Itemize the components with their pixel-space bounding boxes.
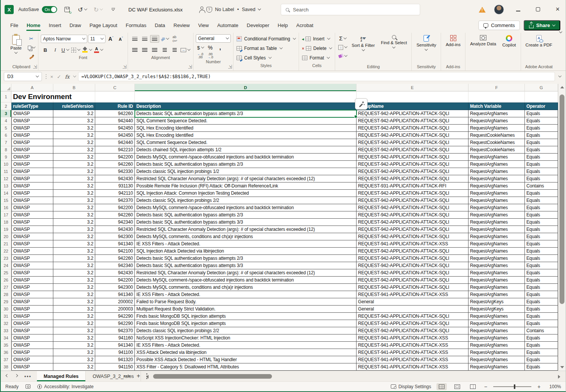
column-header-d[interactable]: D [135, 84, 357, 91]
cell-b29[interactable]: 3.2 [53, 298, 95, 306]
cell-d22[interactable]: SQL Injection Attack Detected via libinj… [135, 248, 357, 255]
cell-e19[interactable]: REQUEST-942-APPLICATION-ATTACK-SQLI [357, 226, 468, 233]
font-color-button[interactable]: A [93, 46, 104, 54]
cell-b13[interactable]: 3.2 [53, 182, 95, 190]
cell-b22[interactable]: 3.2 [53, 248, 95, 255]
cell-e9[interactable]: REQUEST-942-APPLICATION-ATTACK-SQLI [357, 154, 468, 161]
cell-c36[interactable]: 941100 [95, 349, 135, 356]
number-format-select[interactable]: General [196, 34, 231, 43]
paste-button[interactable]: Paste [7, 34, 25, 56]
cell-f16[interactable]: RequestArgNames [468, 204, 525, 211]
ribbon-tab-draw[interactable]: Draw [66, 20, 85, 30]
cell-f12[interactable]: RequestArgNames [468, 175, 525, 182]
zoom-in-button[interactable]: + [537, 384, 541, 390]
cell-c3[interactable]: 942260 [95, 110, 135, 117]
next-sheet-button[interactable] [15, 374, 18, 377]
cell-c25[interactable]: 942430 [95, 269, 135, 277]
cell-e33[interactable]: REQUEST-942-APPLICATION-ATTACK-SQLI [357, 327, 468, 334]
font-dialog-launcher[interactable]: ↘ [123, 65, 126, 69]
cell-d7[interactable]: SQL Comment Sequence Detected. [135, 139, 357, 146]
cell-c30[interactable]: 200003 [95, 306, 135, 313]
row-header-3[interactable]: 3 [1, 110, 11, 117]
cell-d3[interactable]: Detects basic SQL authentication bypass … [135, 110, 357, 117]
italic-button[interactable]: I [51, 46, 60, 54]
cell-d37[interactable]: Possible XSS Attack Detected - HTML Tag … [135, 356, 357, 363]
cell-b26[interactable]: 3.2 [53, 277, 95, 284]
cell-a10[interactable]: OWASP [11, 161, 53, 168]
cell-d33[interactable]: Detects classic SQL injection probings 2… [135, 327, 357, 334]
cell-a28[interactable]: OWASP [11, 291, 53, 298]
autosum-button[interactable]: Σ [337, 35, 348, 42]
cell-b20[interactable]: 3.2 [53, 233, 95, 240]
scroll-up-icon[interactable] [560, 86, 564, 88]
cell-a25[interactable]: OWASP [11, 269, 53, 277]
cell-a26[interactable]: OWASP [11, 277, 53, 284]
cell-c19[interactable]: 942430 [95, 226, 135, 233]
cell-b21[interactable]: 3.2 [53, 240, 95, 248]
cell-e30[interactable]: General [357, 306, 468, 313]
cell-styles-button[interactable]: Cell Styles [236, 53, 296, 62]
row-header-16[interactable]: 16 [1, 204, 11, 211]
cell-e23[interactable]: REQUEST-942-APPLICATION-ATTACK-SQLI [357, 255, 468, 262]
comments-button[interactable]: Comments [478, 21, 520, 30]
search-input[interactable]: Search [281, 4, 420, 15]
row-header-5[interactable]: 5 [1, 125, 11, 132]
cell-g24[interactable]: Equals [525, 262, 558, 269]
formula-input[interactable]: =VLOOKUP(C3,OWASP_3_2_rules!$A$2:$B$186,… [78, 72, 555, 81]
cell-c5[interactable]: 942450 [95, 125, 135, 132]
cell-c23[interactable]: 942260 [95, 255, 135, 262]
people-icon[interactable] [200, 6, 203, 10]
cell-a30[interactable]: OWASP [11, 306, 53, 313]
cell-a27[interactable]: OWASP [11, 284, 53, 291]
cell-d18[interactable]: Detects basic SQL authentication bypass … [135, 219, 357, 226]
cell-f32[interactable]: RequestArgNames [468, 320, 525, 327]
display-settings-button[interactable]: Display Settings [391, 384, 431, 389]
cell-a29[interactable]: OWASP [11, 298, 53, 306]
cell-a37[interactable]: OWASP [11, 356, 53, 363]
cell-a1[interactable]: Dev Environment [11, 91, 53, 102]
alignment-dialog-launcher[interactable]: ↘ [188, 65, 192, 69]
cut-button[interactable]: ✂ [27, 35, 36, 42]
cell-f17[interactable]: RequestArgNames [468, 211, 525, 219]
cell-e32[interactable]: REQUEST-942-APPLICATION-ATTACK-SQLI [357, 320, 468, 327]
row-header-23[interactable]: 23 [1, 255, 11, 262]
page-break-view-button[interactable] [468, 383, 478, 390]
cell-a35[interactable]: OWASP [11, 342, 53, 349]
cell-f19[interactable]: RequestArgNames [468, 226, 525, 233]
cell-g16[interactable]: Equals [525, 204, 558, 211]
align-bottom-button[interactable] [150, 35, 159, 43]
hscroll-left-icon[interactable] [146, 375, 149, 379]
cell-g25[interactable]: Equals [525, 269, 558, 277]
cell-g35[interactable]: Equals [525, 342, 558, 349]
cell-g3[interactable]: Equals [525, 110, 558, 117]
cell-b14[interactable]: 3.2 [53, 190, 95, 197]
warning-icon[interactable] [479, 7, 486, 13]
macro-record-icon[interactable] [26, 384, 30, 389]
cell-a23[interactable]: OWASP [11, 255, 53, 262]
row-header-17[interactable]: 17 [1, 211, 11, 219]
row-header-34[interactable]: 34 [1, 334, 11, 342]
row-header-29[interactable]: 29 [1, 298, 11, 306]
cell-c31[interactable]: 942290 [95, 313, 135, 320]
insert-function-button[interactable]: fx [65, 74, 70, 80]
cell-d10[interactable]: Detects basic SQL authentication bypass … [135, 161, 357, 168]
cell-c34[interactable]: 941160 [95, 334, 135, 342]
cell-d36[interactable]: XSS Attack Detected via libinjection [135, 349, 357, 356]
comma-style-button[interactable]: , [216, 44, 225, 51]
cell-e38[interactable]: REQUEST-941-APPLICATION-ATTACK-XSS [357, 363, 468, 371]
cell-c26[interactable]: 942200 [95, 277, 135, 284]
minimize-button[interactable] [512, 6, 524, 13]
orientation-button[interactable]: ab [160, 35, 169, 43]
cell-e8[interactable]: REQUEST-942-APPLICATION-ATTACK-SQLI [357, 146, 468, 154]
cell-a13[interactable]: OWASP [11, 182, 53, 190]
cell-g13[interactable]: Contains [525, 182, 558, 190]
cell-f25[interactable]: RequestArgNames [468, 269, 525, 277]
redo-button[interactable]: ↻ [93, 6, 103, 13]
row-header-11[interactable]: 11 [1, 168, 11, 175]
cell-row1-e[interactable] [357, 91, 468, 102]
ribbon-tab-developer[interactable]: Developer [243, 20, 273, 30]
format-cells-button[interactable]: Format [301, 53, 333, 62]
zoom-slider[interactable] [493, 386, 531, 387]
cell-e21[interactable]: REQUEST-941-APPLICATION-ATTACK-XSS [357, 240, 468, 248]
cell-a33[interactable]: OWASP [11, 327, 53, 334]
